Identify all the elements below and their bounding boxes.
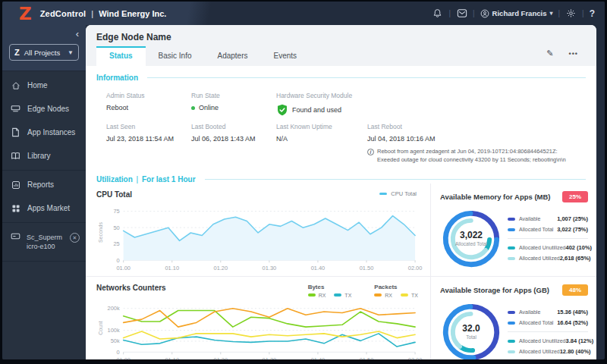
cpu-total-chart-panel: CPU Total CPU Total 025507501.0001.1001.…: [86, 184, 431, 277]
shield-check-icon: [276, 104, 288, 116]
messages-envelope-icon[interactable]: [456, 8, 467, 19]
sidebar-item-home[interactable]: Home: [2, 74, 86, 97]
svg-text:01.00: 01.00: [116, 356, 131, 359]
topbar-divider: |: [582, 9, 584, 17]
sidebar-item-apps-market[interactable]: Apps Market: [2, 196, 86, 220]
project-selector[interactable]: Z All Projects ▼: [9, 44, 79, 61]
legend-marker: [308, 293, 316, 297]
company-name: Wind Energy Inc.: [99, 9, 166, 18]
information-row-2: Last Seen Jul 23, 2018 11:54 AM Last Boo…: [106, 123, 586, 165]
settings-gear-icon[interactable]: [565, 8, 577, 19]
tab-basic-info[interactable]: Basic Info: [146, 46, 205, 66]
svg-text:100k: 100k: [108, 327, 120, 334]
user-caret-down-icon: ▾: [549, 10, 552, 17]
device-node-icon: [11, 233, 20, 242]
library-icon: [11, 151, 20, 161]
svg-text:01.30: 01.30: [263, 265, 277, 271]
sidebar-item-library[interactable]: Library: [2, 144, 86, 168]
svg-text:02.00: 02.00: [408, 265, 423, 271]
legend-row-allocated-utilized: Allocated Utilized 12.80 (40%): [508, 348, 588, 355]
sidebar-top: ‹ Z All Projects ▼: [2, 25, 86, 71]
legend-marker: [508, 350, 515, 353]
information-title: Information: [96, 74, 138, 82]
device-close-icon[interactable]: ✕: [70, 233, 80, 243]
section-rule: [147, 77, 586, 78]
field-last-seen: Last Seen Jul 23, 2018 11:54 AM: [106, 123, 191, 165]
online-status-dot: [191, 106, 195, 110]
page-header: Edge Node Name Status Basic Info Adapter…: [86, 25, 596, 66]
memory-panel: Available Memory for Apps (MB) 25% 3,022…: [431, 184, 596, 277]
legend-row-available: Available 1,007 (25%): [508, 215, 588, 222]
field-last-known-uptime: Last Known Uptime N/A: [276, 123, 367, 165]
more-options-icon[interactable]: •••: [569, 50, 578, 58]
sidebar-item-reports[interactable]: Reports: [2, 173, 86, 196]
legend-group-packets: Packets RX TX: [374, 284, 418, 298]
help-icon[interactable]: ?: [590, 8, 595, 19]
storage-panel: Available Storage for Apps (GB) 48% 32.0…: [431, 277, 596, 359]
sidebar-collapse-chevron-icon[interactable]: ‹: [9, 29, 79, 39]
tabs-bar: Status Basic Info Adapters Events ✎ •••: [96, 46, 586, 66]
user-name: Richard Francis: [492, 9, 547, 17]
tab-status[interactable]: Status: [96, 46, 146, 66]
svg-text:01.40: 01.40: [311, 265, 326, 271]
memory-panel-title: Available Memory for Apps (MB): [440, 191, 551, 201]
svg-text:0: 0: [117, 349, 120, 356]
svg-text:01.20: 01.20: [214, 356, 228, 359]
legend-marker: [508, 246, 515, 249]
topbar-actions: | | Richard Francis ▾ | | ?: [432, 8, 605, 19]
sidebar-item-app-instances[interactable]: App Instances: [2, 121, 86, 144]
project-selector-label: All Projects: [24, 49, 63, 57]
utilization-grid: CPU Total CPU Total 025507501.0001.1001.…: [86, 184, 596, 359]
sidebar-item-label: Home: [27, 81, 48, 89]
sidebar-item-edge-nodes[interactable]: Edge Nodes: [2, 97, 86, 121]
status-tab-content: Information Admin Status Reboot Run Stat…: [86, 66, 596, 359]
utilization-title: Utilization | For last 1 Hour: [96, 175, 196, 184]
legend-row-allocated-utilized: Allocated Utilized 2,618 (65%): [508, 255, 588, 262]
information-fields: Admin Status Reboot Run State Online Har…: [86, 82, 596, 171]
utilization-section: Utilization | For last 1 Hour CPU Total: [86, 175, 596, 359]
tab-adapters[interactable]: Adapters: [204, 46, 260, 66]
cpu-chart-legend: CPU Total: [379, 190, 423, 197]
sidebar-item-label: App Instances: [27, 128, 75, 136]
networks-counters-chart-panel: Networks Counters Bytes RX TX: [86, 277, 431, 359]
svg-text:50k: 50k: [111, 337, 120, 344]
notifications-bell-icon[interactable]: [432, 8, 443, 19]
device-label: Sc_Supermicro-e100: [27, 233, 64, 251]
legend-marker: [508, 340, 515, 343]
svg-text:01.40: 01.40: [311, 356, 326, 359]
apps-market-icon: [11, 203, 20, 213]
topbar-divider: |: [448, 9, 451, 17]
legend-marker: [508, 322, 515, 325]
networks-chart-title: Networks Counters: [96, 284, 166, 292]
field-hardware-security-module: Hardware Security Module Found and used: [276, 92, 586, 116]
reports-icon: [11, 180, 20, 190]
user-menu[interactable]: Richard Francis ▾: [480, 9, 553, 18]
project-logo-icon: Z: [14, 48, 20, 57]
legend-row-allocated-unutilized: Allocated Unutilized 3.84 (12%): [508, 337, 588, 344]
sidebar-item-device[interactable]: Sc_Supermicro-e100 ✕: [2, 225, 86, 259]
legend-row-available: Available 15.36 (48%): [508, 309, 588, 315]
tab-events[interactable]: Events: [261, 46, 310, 66]
svg-text:25: 25: [113, 240, 119, 247]
svg-text:0: 0: [117, 256, 120, 263]
svg-text:50: 50: [113, 224, 119, 231]
cpu-chart-title: CPU Total: [96, 190, 132, 199]
edit-pencil-icon[interactable]: ✎: [546, 49, 553, 58]
memory-donut-chart: 3,022 Allocated Total: [440, 208, 502, 270]
svg-text:Count: Count: [98, 321, 103, 335]
app-window: Z ZedControl | Wind Energy Inc. | | Rich…: [2, 2, 605, 359]
legend-marker: [508, 311, 515, 314]
storage-legend: Available 15.36 (48%) Allocated Total 16…: [508, 305, 588, 359]
svg-text:75: 75: [113, 208, 119, 215]
utilization-section-header: Utilization | For last 1 Hour: [86, 175, 596, 184]
sidebar-item-label: Library: [27, 152, 51, 160]
legend-marker: [508, 257, 515, 260]
project-caret-down-icon: ▼: [68, 49, 74, 56]
field-last-reboot: Last Reboot Jul 04, 2018 10:16 AM i Rebo…: [367, 123, 586, 165]
reboot-note: i Reboot from agent zedagent at Jun 04, …: [367, 148, 581, 165]
svg-text:Seconds: Seconds: [98, 221, 103, 242]
svg-text:01.50: 01.50: [360, 265, 374, 271]
sidebar-group-main: Home Edge Nodes App Instances Library: [2, 71, 86, 171]
legend-marker: [508, 218, 515, 221]
information-section-header: Information: [86, 74, 596, 82]
